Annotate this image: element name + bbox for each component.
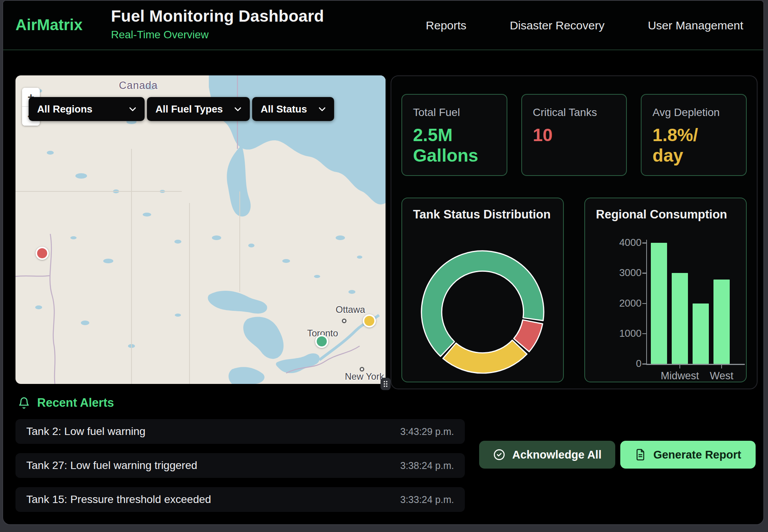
page-title: Fuel Monitoring Dashboard bbox=[111, 7, 324, 26]
tank-status-donut-chart[interactable] bbox=[418, 247, 548, 377]
chevron-down-icon bbox=[224, 107, 241, 111]
y-axis-tick-label: 3000 bbox=[587, 267, 642, 279]
map-label-canada: Canada bbox=[119, 79, 158, 91]
x-axis-tick-label: Midwest bbox=[660, 370, 699, 382]
y-axis-tick-label: 0 bbox=[587, 358, 642, 370]
map-label-ottawa: Ottawa bbox=[336, 304, 365, 315]
drag-dots-icon bbox=[383, 380, 388, 388]
charts-row: Tank Status Distribution Regional Consum… bbox=[401, 198, 747, 382]
tank-status-card: Tank Status Distribution bbox=[401, 198, 564, 382]
alert-time: 3:33:24 p.m. bbox=[400, 494, 454, 505]
fuel-types-filter-select[interactable]: All Fuel Types bbox=[147, 97, 250, 121]
alert-message: Tank 27: Low fuel warning triggered bbox=[26, 459, 197, 472]
alert-time: 3:43:29 p.m. bbox=[400, 426, 454, 437]
tank-marker-critical[interactable] bbox=[36, 247, 49, 260]
bar-midwest[interactable] bbox=[672, 273, 688, 364]
city-dot-icon bbox=[360, 367, 364, 372]
regions-filter-select[interactable]: All Regions bbox=[29, 97, 145, 121]
y-axis-tick-label: 1000 bbox=[587, 327, 642, 339]
alert-message: Tank 2: Low fuel warning bbox=[26, 425, 145, 438]
check-circle-icon bbox=[493, 448, 505, 461]
alert-row[interactable]: Tank 15: Pressure threshold exceeded 3:3… bbox=[15, 487, 465, 512]
stat-label: Critical Tanks bbox=[533, 106, 616, 119]
title-block: Fuel Monitoring Dashboard Real-Time Over… bbox=[111, 7, 324, 41]
app-logo: AirMatrix bbox=[15, 16, 82, 34]
city-dot-icon bbox=[342, 319, 346, 323]
fuel-types-filter-value: All Fuel Types bbox=[155, 103, 223, 115]
bar-series-0[interactable] bbox=[651, 243, 667, 364]
bar-series-2[interactable] bbox=[693, 304, 709, 364]
stat-value: 1.8%/day bbox=[652, 125, 735, 166]
resize-handle[interactable] bbox=[381, 378, 391, 390]
document-icon bbox=[635, 448, 646, 461]
regional-consumption-card: Regional Consumption 01000200030004000Mi… bbox=[584, 198, 747, 382]
stat-card-avg-depletion: Avg Depletion 1.8%/day bbox=[641, 94, 747, 176]
donut-segment-warning[interactable] bbox=[443, 340, 527, 373]
map-filter-bar: All Regions All Fuel Types All Status bbox=[29, 97, 334, 121]
alerts-header: Recent Alerts bbox=[18, 396, 114, 410]
x-axis-line bbox=[646, 364, 745, 365]
nav-user-management[interactable]: User Management bbox=[648, 19, 743, 32]
generate-report-label: Generate Report bbox=[653, 448, 741, 461]
tank-marker-normal[interactable] bbox=[315, 335, 328, 348]
dashboard-window: AirMatrix Fuel Monitoring Dashboard Real… bbox=[2, 0, 764, 525]
page-subtitle: Real-Time Overview bbox=[111, 29, 324, 41]
map-panel: CanadaOttawaTorontoNew York + − All Regi… bbox=[15, 75, 386, 384]
alert-row[interactable]: Tank 2: Low fuel warning 3:43:29 p.m. bbox=[15, 419, 465, 444]
header: AirMatrix Fuel Monitoring Dashboard Real… bbox=[3, 1, 763, 50]
alert-time: 3:38:24 p.m. bbox=[400, 460, 454, 471]
acknowledge-all-button[interactable]: Acknowledge All bbox=[479, 441, 615, 469]
bar-west[interactable] bbox=[713, 280, 730, 364]
stat-value: 2.5MGallons bbox=[413, 125, 496, 166]
y-axis-line bbox=[646, 240, 647, 365]
nav-reports[interactable]: Reports bbox=[426, 19, 466, 32]
stat-cards-row: Total Fuel 2.5MGallons Critical Tanks 10… bbox=[401, 94, 747, 176]
chevron-down-icon bbox=[119, 107, 136, 111]
nav-disaster-recovery[interactable]: Disaster Recovery bbox=[510, 19, 604, 32]
chevron-down-icon bbox=[309, 107, 326, 111]
x-axis-tick-label: West bbox=[710, 370, 733, 382]
alert-message: Tank 15: Pressure threshold exceeded bbox=[26, 493, 211, 506]
generate-report-button[interactable]: Generate Report bbox=[620, 441, 756, 469]
bell-icon bbox=[18, 396, 30, 409]
stat-card-total-fuel: Total Fuel 2.5MGallons bbox=[401, 94, 507, 176]
map[interactable]: CanadaOttawaTorontoNew York bbox=[15, 75, 386, 384]
stat-card-critical-tanks: Critical Tanks 10 bbox=[521, 94, 627, 176]
regional-consumption-bar-chart[interactable]: 01000200030004000MidwestWest bbox=[585, 198, 746, 382]
x-axis-tick-mark bbox=[721, 365, 722, 368]
regions-filter-value: All Regions bbox=[37, 103, 92, 115]
stat-label: Total Fuel bbox=[413, 106, 496, 119]
y-axis-tick-label: 4000 bbox=[587, 237, 642, 249]
map-label-new-york: New York bbox=[345, 371, 384, 382]
alerts-title: Recent Alerts bbox=[37, 396, 114, 410]
acknowledge-all-label: Acknowledge All bbox=[512, 448, 602, 461]
overview-panel: Total Fuel 2.5MGallons Critical Tanks 10… bbox=[391, 75, 758, 389]
y-axis-tick-label: 2000 bbox=[587, 297, 642, 309]
status-filter-select[interactable]: All Status bbox=[252, 97, 334, 121]
main-nav: Reports Disaster Recovery User Managemen… bbox=[426, 1, 743, 50]
tank-marker-warning[interactable] bbox=[363, 314, 376, 327]
stat-label: Avg Depletion bbox=[652, 106, 735, 119]
chart-title: Tank Status Distribution bbox=[413, 208, 551, 222]
stat-value: 10 bbox=[533, 125, 616, 145]
x-axis-tick-mark bbox=[679, 365, 681, 368]
status-filter-value: All Status bbox=[261, 103, 307, 115]
alert-row[interactable]: Tank 27: Low fuel warning triggered 3:38… bbox=[15, 453, 465, 478]
